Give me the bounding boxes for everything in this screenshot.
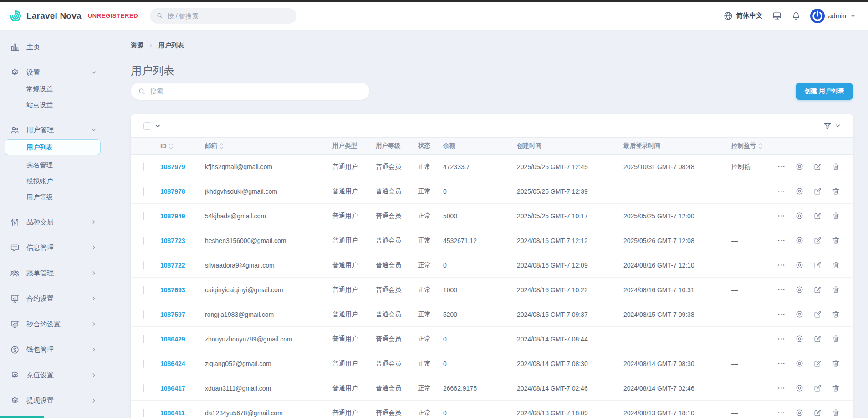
global-search[interactable] [150,8,296,24]
sidebar-item-主页[interactable]: 主页 [10,41,101,53]
monitor-icon[interactable] [772,11,782,21]
global-search-input[interactable] [168,12,290,20]
row-checkbox[interactable] [143,187,144,196]
row-checkbox[interactable] [143,212,144,220]
row-more-actions-icon[interactable] [777,162,786,171]
sort-icon[interactable] [220,143,224,150]
row-delete-icon[interactable] [832,162,840,171]
sidebar-item-品种交易[interactable]: 品种交易 [10,216,101,228]
sidebar-subitem-用户列表[interactable]: 用户列表 [5,139,101,155]
row-delete-icon[interactable] [832,212,840,220]
user-menu[interactable]: admin [810,9,857,23]
sidebar-item-充值设置[interactable]: 充值设置 [10,369,101,382]
sidebar-item-提现设置[interactable]: 提现设置 [10,394,101,407]
row-view-icon[interactable] [795,384,804,392]
column-header-控制盈亏[interactable]: 控制盈亏 [729,138,776,155]
row-id-link[interactable]: 1087693 [160,286,185,294]
row-edit-icon[interactable] [813,335,822,343]
row-checkbox[interactable] [143,163,144,171]
row-id-link[interactable]: 1086429 [160,335,185,343]
row-delete-icon[interactable] [832,310,840,319]
row-more-actions-icon[interactable] [777,285,786,294]
row-delete-icon[interactable] [832,285,840,294]
row-id-link[interactable]: 1087978 [160,188,185,195]
row-view-icon[interactable] [795,162,804,171]
row-checkbox[interactable] [143,335,144,343]
row-checkbox[interactable] [143,360,144,368]
row-view-icon[interactable] [795,335,804,343]
sidebar-subitem-用户等级[interactable]: 用户等级 [10,191,101,203]
select-all-dropdown-chevron-icon[interactable] [154,123,161,129]
row-more-actions-icon[interactable] [777,187,786,196]
sidebar-subitem-实名管理[interactable]: 实名管理 [10,159,101,171]
row-edit-icon[interactable] [813,285,822,294]
row-id-link[interactable]: 1087949 [160,212,185,220]
row-delete-icon[interactable] [832,408,840,417]
row-view-icon[interactable] [795,408,804,417]
row-view-icon[interactable] [795,261,804,269]
row-checkbox[interactable] [143,409,144,417]
row-id-link[interactable]: 1087722 [160,262,185,269]
row-edit-icon[interactable] [813,408,822,417]
row-more-actions-icon[interactable] [777,236,786,245]
sidebar-subitem-常规设置[interactable]: 常规设置 [10,83,101,95]
row-id-link[interactable]: 1087597 [160,311,185,318]
row-id-link[interactable]: 1086411 [160,409,185,417]
sidebar-item-设置[interactable]: 设置 [10,66,101,79]
row-more-actions-icon[interactable] [777,335,786,343]
row-delete-icon[interactable] [832,236,840,245]
row-edit-icon[interactable] [813,310,822,319]
row-view-icon[interactable] [795,359,804,368]
row-view-icon[interactable] [795,285,804,294]
sidebar-subitem-站点设置[interactable]: 站点设置 [10,99,101,111]
sort-icon[interactable] [169,143,173,150]
sidebar-item-跟单管理[interactable]: 跟单管理 [10,267,101,279]
row-checkbox[interactable] [143,310,144,319]
row-view-icon[interactable] [795,310,804,319]
select-all-checkbox[interactable] [143,122,151,130]
row-edit-icon[interactable] [813,384,822,392]
row-more-actions-icon[interactable] [777,359,786,368]
row-delete-icon[interactable] [832,359,840,368]
row-checkbox[interactable] [143,286,144,294]
row-delete-icon[interactable] [832,384,840,392]
row-id-link[interactable]: 1086417 [160,385,185,392]
row-more-actions-icon[interactable] [777,261,786,269]
sidebar-item-钱包管理[interactable]: 钱包管理 [10,343,101,356]
row-more-actions-icon[interactable] [777,408,786,417]
brand[interactable]: Laravel Nova [9,10,82,22]
row-view-icon[interactable] [795,212,804,220]
row-view-icon[interactable] [795,236,804,245]
row-more-actions-icon[interactable] [777,310,786,319]
row-checkbox[interactable] [143,384,144,392]
sidebar-item-用户管理[interactable]: 用户管理 [10,124,101,136]
row-delete-icon[interactable] [832,187,840,196]
row-delete-icon[interactable] [832,335,840,343]
column-header-ID[interactable]: ID [158,138,203,155]
bell-icon[interactable] [791,11,801,21]
row-view-icon[interactable] [795,187,804,196]
row-edit-icon[interactable] [813,261,822,269]
sidebar-subitem-模拟账户[interactable]: 模拟账户 [10,175,101,187]
row-delete-icon[interactable] [832,261,840,269]
language-switcher[interactable]: 简体中文 [723,11,763,21]
create-resource-button[interactable]: 创建 用户列表 [796,83,853,100]
row-checkbox[interactable] [143,261,144,269]
row-more-actions-icon[interactable] [777,212,786,220]
row-id-link[interactable]: 1086424 [160,360,185,367]
resource-search-input[interactable] [150,88,362,95]
sort-icon[interactable] [758,143,762,150]
row-edit-icon[interactable] [813,187,822,196]
row-edit-icon[interactable] [813,236,822,245]
breadcrumb-resources[interactable]: 资源 [131,41,143,50]
column-header-邮箱[interactable]: 邮箱 [203,138,330,155]
resource-search[interactable] [131,83,369,100]
row-checkbox[interactable] [143,237,144,245]
row-id-link[interactable]: 1087979 [160,163,185,170]
row-more-actions-icon[interactable] [777,384,786,392]
sidebar-item-秒合约设置[interactable]: 秒合约设置 [10,318,101,330]
sidebar-item-信息管理[interactable]: 信息管理 [10,241,101,254]
row-id-link[interactable]: 1087723 [160,237,185,244]
row-edit-icon[interactable] [813,359,822,368]
row-edit-icon[interactable] [813,212,822,220]
